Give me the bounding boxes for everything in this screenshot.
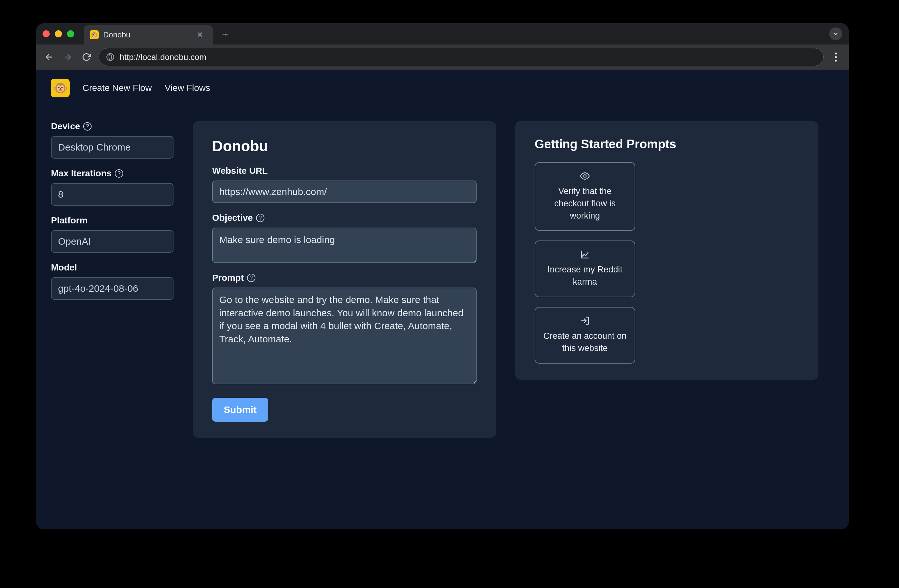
objective-label: Objective ? [212, 213, 477, 223]
website-url-field: Website URL [212, 166, 477, 203]
titlebar: 🐵 Donobu ✕ ＋ [36, 23, 849, 45]
chevron-down-icon [833, 31, 839, 37]
prompt-field: Prompt ? [212, 273, 477, 384]
platform-input[interactable] [51, 230, 173, 253]
prompt-card-verify-checkout[interactable]: Verify that the checkout flow is working [534, 162, 635, 231]
device-label: Device ? [51, 121, 173, 131]
platform-label-text: Platform [51, 215, 88, 226]
browser-window: 🐵 Donobu ✕ ＋ http://local.donobu.com [36, 23, 849, 529]
prompt-card-text: Create an account on this website [542, 330, 627, 355]
arrow-left-icon [44, 52, 54, 62]
model-label-text: Model [51, 262, 77, 273]
window-close-button[interactable] [43, 30, 49, 37]
tab-overflow-button[interactable] [829, 28, 842, 40]
prompt-card-reddit-karma[interactable]: Increase my Reddit karma [534, 241, 635, 297]
window-maximize-button[interactable] [67, 30, 74, 37]
objective-field: Objective ? [212, 213, 477, 263]
eye-icon [580, 171, 590, 181]
model-input[interactable] [51, 277, 173, 300]
prompt-cards: Verify that the checkout flow is working… [534, 162, 799, 364]
prompt-card-text: Verify that the checkout flow is working [542, 185, 627, 222]
model-label: Model [51, 262, 173, 273]
browser-menu-button[interactable] [829, 52, 842, 62]
dot-icon [835, 52, 837, 54]
dot-icon [835, 56, 837, 58]
arrow-right-icon [63, 52, 73, 62]
max-iterations-field: Max Iterations ? [51, 168, 173, 206]
prompt-card-text: Increase my Reddit karma [542, 264, 627, 288]
prompt-textarea[interactable] [212, 287, 477, 384]
forward-button[interactable] [61, 51, 74, 63]
tab-favicon: 🐵 [90, 30, 99, 39]
objective-label-text: Objective [212, 213, 253, 223]
url-text: http://local.donobu.com [120, 52, 206, 62]
login-icon [580, 316, 590, 326]
max-iterations-label: Max Iterations ? [51, 168, 173, 179]
prompt-card-create-account[interactable]: Create an account on this website [534, 307, 635, 364]
address-bar[interactable]: http://local.donobu.com [99, 48, 823, 66]
back-button[interactable] [43, 51, 56, 63]
window-minimize-button[interactable] [55, 30, 62, 37]
app-header: 🐵 Create New Flow View Flows [36, 69, 849, 106]
nav-view-flows[interactable]: View Flows [165, 83, 210, 93]
browser-toolbar: http://local.donobu.com [36, 45, 849, 69]
help-icon[interactable]: ? [115, 169, 123, 177]
getting-started-title: Getting Started Prompts [534, 137, 799, 151]
browser-tab[interactable]: 🐵 Donobu ✕ [84, 25, 213, 45]
svg-point-4 [584, 175, 586, 177]
tab-close-icon[interactable]: ✕ [194, 29, 206, 41]
dot-icon [835, 60, 837, 62]
device-input[interactable] [51, 136, 173, 159]
platform-label: Platform [51, 215, 173, 226]
help-icon[interactable]: ? [256, 214, 264, 222]
website-url-label: Website URL [212, 166, 477, 176]
main-panel: Donobu Website URL Objective ? Prompt ? [193, 121, 496, 438]
chart-line-icon [580, 250, 590, 259]
device-label-text: Device [51, 121, 80, 131]
reload-icon [82, 52, 91, 62]
help-icon[interactable]: ? [247, 274, 255, 282]
getting-started-panel: Getting Started Prompts Verify that the … [515, 121, 819, 380]
app-root: 🐵 Create New Flow View Flows Device ? Ma… [36, 69, 849, 529]
app-logo[interactable]: 🐵 [51, 79, 70, 97]
platform-field: Platform [51, 215, 173, 253]
model-field: Model [51, 262, 173, 300]
max-iterations-label-text: Max Iterations [51, 168, 111, 179]
prompt-label-text: Prompt [212, 273, 244, 283]
reload-button[interactable] [80, 51, 93, 63]
max-iterations-input[interactable] [51, 183, 173, 206]
help-icon[interactable]: ? [83, 122, 91, 131]
main-title: Donobu [212, 137, 477, 155]
globe-icon [106, 53, 114, 61]
prompt-label: Prompt ? [212, 273, 477, 283]
device-field: Device ? [51, 121, 173, 159]
website-url-input[interactable] [212, 181, 477, 203]
nav-create-new-flow[interactable]: Create New Flow [83, 83, 152, 93]
tab-title: Donobu [103, 30, 190, 39]
submit-button[interactable]: Submit [212, 398, 268, 422]
window-controls [43, 30, 74, 37]
app-body: Device ? Max Iterations ? Platform [36, 106, 849, 529]
sidebar: Device ? Max Iterations ? Platform [51, 121, 173, 300]
new-tab-button[interactable]: ＋ [219, 28, 231, 40]
objective-textarea[interactable] [212, 228, 477, 263]
